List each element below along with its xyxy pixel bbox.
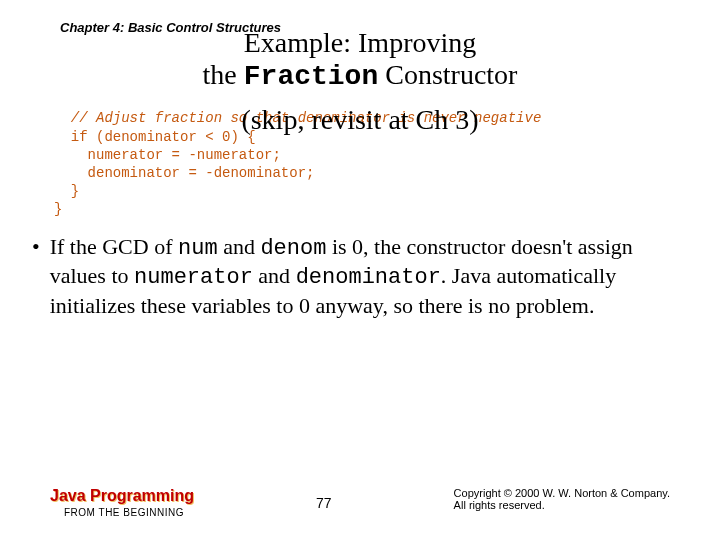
code-comment: // Adjust fraction so that denominator i… — [54, 110, 541, 126]
code-line: } — [54, 183, 79, 199]
text: If the GCD of — [50, 234, 178, 259]
bullet-marker: • — [32, 233, 40, 320]
bullet-item: • If the GCD of num and denom is 0, the … — [32, 233, 670, 320]
code-inline: num — [178, 236, 218, 261]
book-title: Java Programming — [50, 487, 194, 505]
title-pre: the — [203, 59, 244, 90]
code-line: denominator = -denominator; — [54, 165, 314, 181]
title-post: Constructor — [378, 59, 517, 90]
slide-title: Example: Improving the Fraction Construc… — [50, 27, 670, 93]
code-line: if (denominator < 0) { — [54, 129, 256, 145]
footer-left: Java Programming FROM THE BEGINNING — [50, 487, 194, 518]
copyright-line: Copyright © 2000 W. W. Norton & Company. — [454, 487, 670, 499]
title-line-2: the Fraction Constructor — [50, 59, 670, 93]
code-inline: denom — [260, 236, 326, 261]
text: and — [218, 234, 261, 259]
code-block: // Adjust fraction so that denominator i… — [54, 109, 670, 218]
code-line: numerator = -numerator; — [54, 147, 281, 163]
slide: Chapter 4: Basic Control Structures Exam… — [0, 0, 720, 540]
code-inline: denominator — [296, 265, 441, 290]
code-line: } — [54, 201, 62, 217]
code-inline: numerator — [134, 265, 253, 290]
book-subtitle: FROM THE BEGINNING — [64, 507, 194, 518]
text: and — [253, 263, 296, 288]
copyright-line: All rights reserved. — [454, 499, 670, 511]
copyright: Copyright © 2000 W. W. Norton & Company.… — [454, 487, 670, 511]
title-code-word: Fraction — [244, 61, 378, 92]
bullet-text: If the GCD of num and denom is 0, the co… — [50, 233, 670, 320]
page-number: 77 — [316, 495, 332, 511]
footer: Java Programming FROM THE BEGINNING 77 C… — [50, 487, 670, 518]
